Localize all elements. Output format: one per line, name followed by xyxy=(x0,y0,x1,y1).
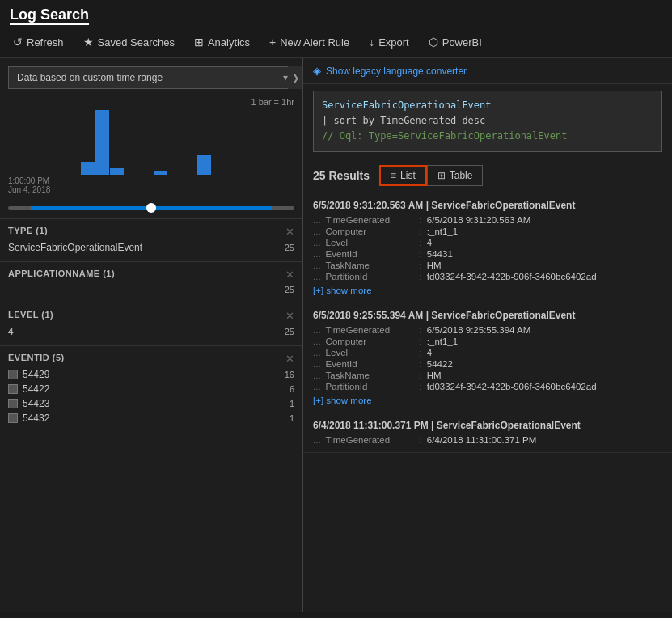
log-entry-entry3: 6/4/2018 11:31:00.371 PM | ServiceFabric… xyxy=(303,413,672,453)
log-field-sep: : xyxy=(420,382,422,392)
facet-title-applicationname: APPLICATIONNAME (1) xyxy=(8,269,294,278)
facet-count: 1 xyxy=(290,413,294,423)
query-box[interactable]: ServiceFabricOperationalEvent | sort by … xyxy=(313,91,662,152)
facet-checkbox[interactable] xyxy=(8,370,18,379)
log-field-expand[interactable]: ... xyxy=(313,337,321,346)
chart-bar-label: 1 bar = 1hr xyxy=(8,97,294,107)
log-field-expand[interactable]: ... xyxy=(313,382,321,392)
log-field-name: Computer xyxy=(326,226,415,236)
log-field-sep: : xyxy=(420,226,422,236)
collapse-icon[interactable]: ❯ xyxy=(288,66,302,89)
log-field-row: ... TaskName : HM xyxy=(313,370,662,381)
log-field-row: ... Computer : :_nt1_1 xyxy=(313,336,662,347)
toolbar-item-analytics[interactable]: ⊞Analytics xyxy=(191,33,253,51)
log-entry-header: 6/5/2018 9:31:20.563 AM | ServiceFabricO… xyxy=(313,200,662,211)
log-field-name: EventId xyxy=(326,359,415,369)
main-layout: Data based on custom time range ▾ ❯ 1 ba… xyxy=(0,58,672,612)
log-field-expand[interactable]: ... xyxy=(313,435,321,445)
toolbar-item-saved-searches[interactable]: ★Saved Searches xyxy=(80,33,178,51)
facet-value: 4 xyxy=(8,326,14,337)
info-icon: ◈ xyxy=(313,65,321,77)
log-field-row: ... TaskName : HM xyxy=(313,260,662,271)
facet-row-left: 54429 xyxy=(8,369,49,380)
facet-section-applicationname: APPLICATIONNAME (1)✕ 25 xyxy=(0,261,302,303)
facet-count: 25 xyxy=(285,243,294,252)
facet-checkbox[interactable] xyxy=(8,399,18,408)
log-field-name: EventId xyxy=(326,249,415,259)
facet-row: 54432 1 xyxy=(8,411,294,425)
facet-value: 54423 xyxy=(23,398,49,409)
log-field-expand[interactable]: ... xyxy=(313,272,321,281)
log-field-value: 4 xyxy=(427,348,432,358)
log-field-name: PartitionId xyxy=(326,382,415,392)
toolbar-item-powerbi[interactable]: ⬡PowerBI xyxy=(425,33,485,51)
facet-row: 25 xyxy=(8,283,294,296)
log-field-expand[interactable]: ... xyxy=(313,238,321,248)
table-tab-icon: ⊞ xyxy=(437,170,446,181)
log-field-sep: : xyxy=(420,249,422,259)
log-field-sep: : xyxy=(420,272,422,281)
toolbar-item-refresh[interactable]: ↺Refresh xyxy=(10,33,67,51)
svg-rect-7 xyxy=(110,168,124,175)
analytics-icon: ⊞ xyxy=(194,36,204,49)
log-field-expand[interactable]: ... xyxy=(313,370,321,380)
log-field-expand[interactable]: ... xyxy=(313,325,321,335)
log-show-more[interactable]: [+] show more xyxy=(313,396,372,405)
log-field-expand[interactable]: ... xyxy=(313,359,321,369)
tab-list[interactable]: ≡List xyxy=(379,165,427,186)
view-tabs: ≡List⊞Table xyxy=(379,165,483,186)
facet-close-eventid[interactable]: ✕ xyxy=(285,353,294,365)
range-slider-wrap xyxy=(0,197,302,218)
chart-svg xyxy=(8,110,295,175)
time-range-select[interactable]: Data based on custom time range xyxy=(8,66,294,89)
svg-rect-13 xyxy=(197,155,211,175)
facet-row: ServiceFabricOperationalEvent 25 xyxy=(8,240,294,255)
toolbar-item-new-alert-rule[interactable]: +New Alert Rule xyxy=(266,33,353,51)
table-tab-label: Table xyxy=(450,170,473,181)
facet-row: 54422 6 xyxy=(8,382,294,396)
chart-canvas xyxy=(8,110,295,175)
saved-searches-icon: ★ xyxy=(83,36,94,49)
facet-checkbox[interactable] xyxy=(8,384,18,394)
facet-checkbox[interactable] xyxy=(8,413,18,423)
log-field-value: fd03324f-3942-422b-906f-3460bc6402ad xyxy=(427,272,597,281)
facet-value: 54422 xyxy=(23,383,49,395)
facet-close-level[interactable]: ✕ xyxy=(285,310,294,322)
facet-row: 54429 16 xyxy=(8,367,294,382)
facet-close-type[interactable]: ✕ xyxy=(285,226,294,238)
log-field-value: HM xyxy=(427,260,442,270)
query-line-2: | sort by TimeGenerated desc xyxy=(322,113,653,129)
log-field-name: PartitionId xyxy=(326,272,415,281)
log-field-expand[interactable]: ... xyxy=(313,249,321,259)
facet-section-eventid: EVENTID (5)✕ 54429 16 54422 6 54423 1 54… xyxy=(0,345,302,432)
facet-count: 1 xyxy=(290,399,294,408)
analytics-label: Analytics xyxy=(208,36,250,49)
legacy-converter-label: Show legacy language converter xyxy=(326,66,467,77)
log-show-more[interactable]: [+] show more xyxy=(313,286,372,295)
tab-table[interactable]: ⊞Table xyxy=(427,165,484,186)
log-field-value: HM xyxy=(427,370,442,380)
log-field-row: ... EventId : 54431 xyxy=(313,248,662,260)
log-field-value: 6/5/2018 9:31:20.563 AM xyxy=(427,215,531,225)
new-alert-rule-icon: + xyxy=(269,36,276,49)
log-field-value: :_nt1_1 xyxy=(427,226,458,236)
chart-area: 1 bar = 1hr xyxy=(0,94,302,197)
legacy-converter-bar[interactable]: ◈ Show legacy language converter xyxy=(303,58,672,84)
log-field-expand[interactable]: ... xyxy=(313,260,321,270)
log-field-name: Level xyxy=(326,238,415,248)
query-line-1: ServiceFabricOperationalEvent xyxy=(322,98,653,113)
facet-close-applicationname[interactable]: ✕ xyxy=(285,269,294,281)
facet-value: ServiceFabricOperationalEvent xyxy=(8,242,142,253)
toolbar: ↺Refresh★Saved Searches⊞Analytics+New Al… xyxy=(10,30,662,54)
log-field-row: ... Computer : :_nt1_1 xyxy=(313,226,662,237)
log-entry-entry2: 6/5/2018 9:25:55.394 AM | ServiceFabricO… xyxy=(303,303,672,413)
log-field-name: Level xyxy=(326,348,415,358)
chart-axis-label: 1:00:00 PM Jun 4, 2018 xyxy=(8,176,294,194)
toolbar-item-export[interactable]: ↓Export xyxy=(366,33,412,51)
log-field-expand[interactable]: ... xyxy=(313,226,321,236)
range-slider[interactable] xyxy=(8,206,294,210)
facet-row-left: 54423 xyxy=(8,398,49,409)
log-field-name: TaskName xyxy=(326,260,415,270)
log-field-expand[interactable]: ... xyxy=(313,348,321,358)
log-field-expand[interactable]: ... xyxy=(313,215,321,225)
